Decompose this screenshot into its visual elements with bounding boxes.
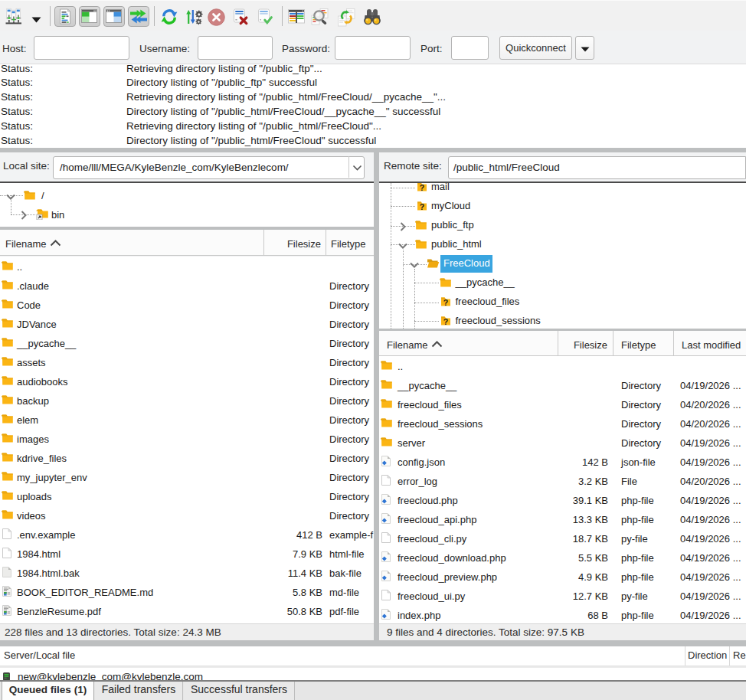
svg-text:?: ? bbox=[419, 202, 424, 211]
svg-text:?: ? bbox=[419, 183, 424, 192]
svg-text:?: ? bbox=[443, 317, 447, 326]
svg-text:?: ? bbox=[443, 298, 447, 307]
